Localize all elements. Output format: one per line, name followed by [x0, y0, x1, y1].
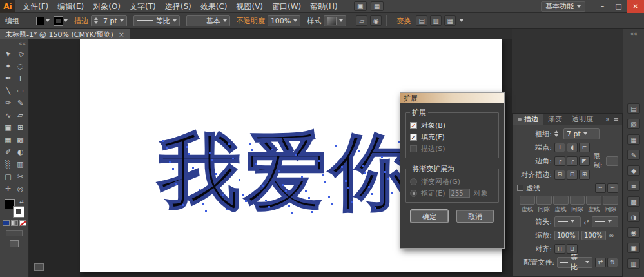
stroke-weight-combo[interactable]: 7 pt: [91, 15, 127, 26]
menu-view[interactable]: 视图(V): [231, 0, 268, 13]
align-right-icon[interactable]: ▦: [444, 15, 456, 26]
artboard-nav-icon[interactable]: [34, 263, 44, 271]
menu-object[interactable]: 对象(O): [88, 0, 125, 13]
opacity-combo[interactable]: 100%: [268, 15, 300, 26]
transform-panel-link[interactable]: 变换: [396, 16, 411, 26]
cancel-button[interactable]: 取消: [456, 210, 494, 223]
close-tab-icon[interactable]: ×: [119, 30, 124, 39]
specify-objects-field[interactable]: [449, 189, 470, 198]
slice-tool[interactable]: ✂: [14, 170, 26, 183]
selected-artwork[interactable]: 我爱你: [159, 130, 423, 220]
join-bevel-icon[interactable]: ◤: [579, 156, 590, 166]
link-scale-icon[interactable]: ∞: [609, 232, 614, 239]
screen-mode-button[interactable]: [10, 240, 19, 247]
stroke-align-inside-icon[interactable]: ⊡: [567, 170, 578, 180]
select-similar-icon[interactable]: ◉: [370, 15, 382, 26]
dash-field-5[interactable]: [586, 196, 601, 205]
arrow-end-combo[interactable]: [592, 216, 618, 227]
expand-panels-icon[interactable]: ««: [623, 29, 644, 39]
brush-definition-combo[interactable]: 基本: [186, 15, 230, 26]
appearance-panel-icon[interactable]: ◉: [627, 227, 640, 238]
checkbox-checked[interactable]: ✓: [410, 122, 417, 129]
transparency-panel-icon[interactable]: ◑: [627, 212, 640, 222]
selection-tool[interactable]: ➤: [2, 48, 14, 60]
swap-arrowheads-icon[interactable]: ⇄: [583, 218, 589, 225]
dash-field-1[interactable]: [520, 196, 535, 205]
radio-unselected[interactable]: [410, 178, 417, 185]
weight-combo[interactable]: 7 pt: [563, 128, 600, 139]
direct-selection-tool[interactable]: ▷: [14, 48, 26, 60]
color-panel-icon[interactable]: ▤: [627, 103, 640, 114]
menu-file[interactable]: 文件(F): [18, 0, 53, 13]
align-left-icon[interactable]: ▤: [416, 15, 427, 26]
dash-field-3[interactable]: [553, 196, 569, 205]
color-button[interactable]: [3, 220, 10, 226]
tab-stroke[interactable]: 描边: [513, 114, 543, 125]
tab-gradient[interactable]: 渐变: [543, 114, 567, 125]
cap-round-icon[interactable]: ◖: [567, 143, 578, 152]
arrow-start-combo[interactable]: [554, 216, 581, 227]
dash-field-2[interactable]: [536, 196, 552, 205]
blend-tool[interactable]: ◐: [14, 146, 26, 158]
workspace-switcher[interactable]: 基本功能: [541, 1, 585, 12]
radio-selected[interactable]: [410, 190, 417, 197]
flip-across-icon[interactable]: ⇄: [595, 258, 606, 267]
fill-color-dropdown[interactable]: [36, 17, 50, 25]
dash-field-4[interactable]: [570, 196, 585, 205]
tab-transparency[interactable]: 透明度: [567, 114, 598, 125]
zoom-tool[interactable]: ◎: [14, 183, 26, 195]
cap-butt-icon[interactable]: Ⅰ: [554, 143, 565, 152]
gradient-tool[interactable]: ▩: [14, 134, 26, 146]
stroke-weight-stepper[interactable]: [94, 17, 101, 24]
checkbox-checked[interactable]: ✓: [410, 134, 417, 141]
mesh-tool[interactable]: ▦: [2, 134, 14, 146]
width-tool[interactable]: ∿: [2, 109, 14, 121]
stroke-panel-link[interactable]: 描边: [74, 16, 88, 26]
stroke-align-center-icon[interactable]: ⊟: [554, 170, 565, 180]
lasso-tool[interactable]: ◌: [14, 60, 26, 72]
menu-effect[interactable]: 效果(C): [196, 0, 232, 13]
eyedropper-tool[interactable]: ✐: [2, 146, 14, 158]
paintbrush-tool[interactable]: ✑: [2, 97, 14, 109]
stroke-align-outside-icon[interactable]: ⊞: [579, 170, 590, 180]
join-miter-icon[interactable]: ┌: [554, 156, 565, 166]
menu-type[interactable]: 文字(T): [125, 0, 161, 13]
stroke-indicator[interactable]: [14, 207, 24, 217]
menu-help[interactable]: 帮助(H): [306, 0, 342, 13]
magic-wand-tool[interactable]: ✦: [2, 60, 14, 72]
gradient-panel-icon[interactable]: ▩: [627, 196, 640, 207]
pencil-tool[interactable]: ✎: [14, 97, 26, 109]
pen-tool[interactable]: ✒: [2, 72, 14, 85]
graph-tool[interactable]: ▥: [14, 158, 26, 170]
scale-end-field[interactable]: 100%: [581, 231, 606, 240]
profile-combo[interactable]: 等比: [557, 257, 592, 268]
scale-start-field[interactable]: 100%: [554, 231, 579, 240]
restore-button[interactable]: □: [610, 0, 627, 13]
flip-along-icon[interactable]: ⇅: [607, 258, 618, 267]
close-button[interactable]: ×: [627, 0, 644, 13]
bridge-icon[interactable]: ▣: [354, 1, 367, 11]
fill-stroke-indicator[interactable]: ⇄: [5, 199, 24, 217]
dialog-title[interactable]: 扩展: [400, 93, 504, 103]
align-dash-icon[interactable]: ┄: [607, 183, 618, 193]
swatches-panel-icon[interactable]: ▦: [627, 134, 640, 145]
panel-menu-icon[interactable]: ≡: [614, 116, 619, 123]
profile-align-start-icon[interactable]: ⊓: [554, 244, 565, 254]
swap-fill-stroke-icon[interactable]: ⇄: [19, 199, 24, 205]
gradient-button[interactable]: [11, 220, 18, 226]
none-button[interactable]: [19, 220, 26, 226]
layers-panel-icon[interactable]: ▥: [627, 258, 640, 269]
stroke-panel-dock-icon[interactable]: ≡: [627, 181, 640, 191]
artboard-tool[interactable]: ▢: [2, 170, 14, 183]
shape-builder-tool[interactable]: ▣: [2, 121, 14, 134]
join-round-icon[interactable]: ╭: [567, 156, 578, 166]
collapse-tools-icon[interactable]: ««: [0, 39, 28, 48]
cap-projecting-icon[interactable]: ⊏: [579, 143, 590, 152]
perspective-grid-tool[interactable]: ⊞: [14, 121, 26, 134]
brushes-panel-icon[interactable]: ✎: [627, 150, 640, 160]
panel-arrows-icon[interactable]: »: [605, 116, 609, 123]
document-tab[interactable]: 未标题-1* @ 150% (CMYK/预览) ×: [0, 29, 130, 39]
arrange-documents-icon[interactable]: ▦: [371, 1, 384, 11]
menu-edit[interactable]: 编辑(E): [53, 0, 88, 13]
symbols-panel-icon[interactable]: ◆: [627, 165, 640, 176]
